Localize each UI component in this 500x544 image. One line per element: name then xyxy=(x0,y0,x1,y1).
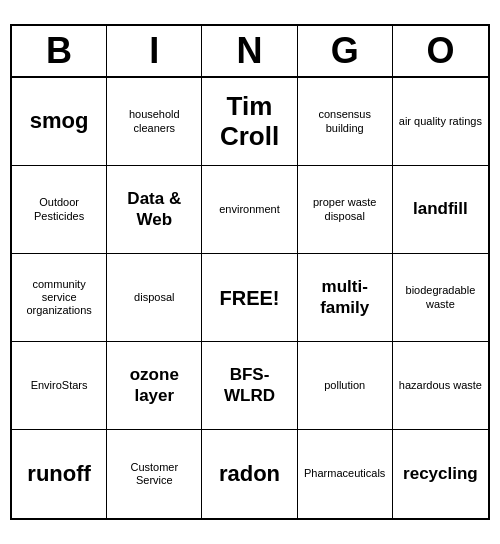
bingo-grid: smoghousehold cleanersTim Crollconsensus… xyxy=(12,78,488,518)
bingo-cell-24: recycling xyxy=(393,430,488,518)
header-i: I xyxy=(107,26,202,76)
bingo-cell-12: FREE! xyxy=(202,254,297,342)
bingo-cell-2: Tim Croll xyxy=(202,78,297,166)
bingo-cell-3: consensus building xyxy=(298,78,393,166)
bingo-cell-19: hazardous waste xyxy=(393,342,488,430)
bingo-cell-23: Pharmaceuticals xyxy=(298,430,393,518)
bingo-cell-6: Data & Web xyxy=(107,166,202,254)
bingo-card: B I N G O smoghousehold cleanersTim Crol… xyxy=(10,24,490,520)
bingo-cell-17: BFS-WLRD xyxy=(202,342,297,430)
bingo-cell-1: household cleaners xyxy=(107,78,202,166)
bingo-cell-9: landfill xyxy=(393,166,488,254)
bingo-cell-7: environment xyxy=(202,166,297,254)
bingo-cell-0: smog xyxy=(12,78,107,166)
header-b: B xyxy=(12,26,107,76)
bingo-header: B I N G O xyxy=(12,26,488,78)
bingo-cell-13: multi-family xyxy=(298,254,393,342)
bingo-cell-8: proper waste disposal xyxy=(298,166,393,254)
bingo-cell-20: runoff xyxy=(12,430,107,518)
bingo-cell-10: community service organizations xyxy=(12,254,107,342)
bingo-cell-15: EnviroStars xyxy=(12,342,107,430)
header-g: G xyxy=(298,26,393,76)
bingo-cell-22: radon xyxy=(202,430,297,518)
bingo-cell-11: disposal xyxy=(107,254,202,342)
bingo-cell-5: Outdoor Pesticides xyxy=(12,166,107,254)
bingo-cell-4: air quality ratings xyxy=(393,78,488,166)
bingo-cell-14: biodegradable waste xyxy=(393,254,488,342)
header-o: O xyxy=(393,26,488,76)
bingo-cell-18: pollution xyxy=(298,342,393,430)
header-n: N xyxy=(202,26,297,76)
bingo-cell-16: ozone layer xyxy=(107,342,202,430)
bingo-cell-21: Customer Service xyxy=(107,430,202,518)
